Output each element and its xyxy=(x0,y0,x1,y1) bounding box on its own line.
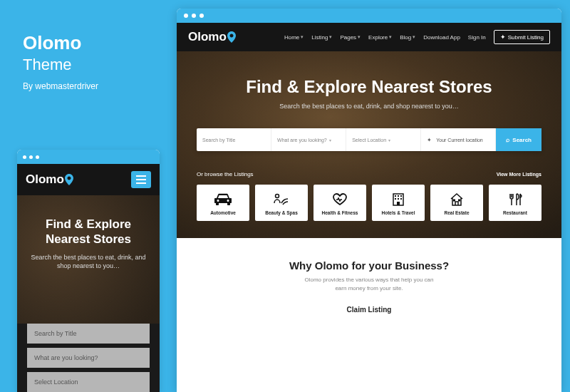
submit-listing-button[interactable]: ✦ Submit Listing xyxy=(494,30,550,44)
desktop-nav: Home▾ Listing▾ Pages▾ Explore▾ Blog▾ Dow… xyxy=(284,30,550,44)
search-current-location[interactable]: Your Current location xyxy=(421,128,496,151)
mobile-search-what[interactable]: What are you looking? xyxy=(27,348,150,368)
category-grid: Automotive Beauty & Spas Health & Fitnes… xyxy=(197,185,542,221)
svg-rect-2 xyxy=(395,195,396,197)
browse-row: Or browse the Listings View More Listing… xyxy=(197,171,542,177)
nav-pages[interactable]: Pages▾ xyxy=(340,34,361,41)
svg-point-0 xyxy=(276,195,279,198)
mobile-hero-sub: Search the best places to eat, drink, an… xyxy=(27,253,150,271)
mobile-search-location[interactable]: Select Location xyxy=(27,372,150,392)
category-automotive[interactable]: Automotive xyxy=(197,185,249,221)
chevron-down-icon: ▾ xyxy=(388,138,390,143)
promo-author: By webmasterdriver xyxy=(23,81,98,91)
mobile-titlebar xyxy=(17,150,160,164)
search-location-select[interactable]: Select Location▾ xyxy=(346,128,421,151)
category-hotels[interactable]: Hotels & Travel xyxy=(372,185,425,221)
hamburger-menu-icon[interactable] xyxy=(131,171,151,188)
desktop-logo[interactable]: Olomo xyxy=(188,30,236,44)
plus-icon: ✦ xyxy=(500,33,506,41)
category-realestate[interactable]: Real Estate xyxy=(430,185,483,221)
mobile-header: Olomo xyxy=(17,164,160,195)
chevron-down-icon: ▾ xyxy=(413,34,415,40)
why-section: Why Olomo for your Business? Olomo provi… xyxy=(177,238,561,335)
svg-rect-6 xyxy=(398,198,399,200)
nav-explore[interactable]: Explore▾ xyxy=(368,34,392,41)
nav-blog[interactable]: Blog▾ xyxy=(400,34,415,41)
car-icon xyxy=(200,192,247,207)
nav-signin[interactable]: Sign In xyxy=(468,34,486,41)
view-more-link[interactable]: View More Listings xyxy=(497,172,542,177)
pin-icon xyxy=(227,31,236,43)
claim-listing: Claim Listing xyxy=(191,306,547,314)
nav-listing[interactable]: Listing▾ xyxy=(311,34,332,41)
svg-rect-10 xyxy=(459,200,460,201)
category-restaurant[interactable]: Restaurant xyxy=(489,185,542,221)
mobile-logo[interactable]: Olomo xyxy=(26,172,73,187)
chevron-down-icon: ▾ xyxy=(389,34,392,40)
svg-rect-5 xyxy=(395,198,396,200)
chevron-down-icon: ▾ xyxy=(329,34,332,40)
svg-rect-9 xyxy=(454,200,455,201)
search-title-input[interactable]: Search by Title xyxy=(197,128,271,151)
nav-download[interactable]: Download App xyxy=(423,34,460,41)
desktop-hero: Find & Explore Nearest Stores Search the… xyxy=(177,51,561,238)
promo-header: Olomo Theme By webmasterdriver xyxy=(23,32,98,91)
category-beauty[interactable]: Beauty & Spas xyxy=(255,185,308,221)
mobile-preview: Olomo Find & Explore Nearest Stores Sear… xyxy=(17,150,160,392)
why-sub1: Olomo provides the various ways that hel… xyxy=(191,276,547,284)
svg-rect-7 xyxy=(400,198,402,200)
mobile-search: Search by Title What are you looking? Se… xyxy=(17,324,160,392)
svg-rect-8 xyxy=(397,202,400,205)
category-health[interactable]: Health & Fitness xyxy=(314,185,366,221)
why-sub2: earn money from your site. xyxy=(191,284,547,293)
pin-icon xyxy=(65,174,73,185)
spa-icon xyxy=(258,192,305,207)
promo-title: Olomo xyxy=(23,32,98,54)
nav-home[interactable]: Home▾ xyxy=(284,34,304,41)
search-what-select[interactable]: What are you looking?▾ xyxy=(271,128,346,151)
house-icon xyxy=(433,192,480,207)
why-title: Why Olomo for your Business? xyxy=(191,259,547,272)
desktop-titlebar xyxy=(177,9,561,23)
svg-rect-4 xyxy=(400,195,402,197)
svg-rect-3 xyxy=(398,195,399,197)
mobile-hero-title: Find & Explore Nearest Stores xyxy=(27,217,150,247)
food-icon xyxy=(492,192,539,207)
desktop-header: Olomo Home▾ Listing▾ Pages▾ Explore▾ Blo… xyxy=(177,23,561,51)
mobile-search-title[interactable]: Search by Title xyxy=(27,324,150,344)
mobile-hero: Find & Explore Nearest Stores Search the… xyxy=(17,195,160,324)
heart-icon xyxy=(316,192,363,207)
search-icon: ⌕ xyxy=(506,136,509,143)
chevron-down-icon: ▾ xyxy=(358,34,361,40)
chevron-down-icon: ▾ xyxy=(301,34,304,40)
chevron-down-icon: ▾ xyxy=(329,138,331,143)
hero-sub: Search the best places to eat, drink, an… xyxy=(197,103,542,110)
desktop-preview: Olomo Home▾ Listing▾ Pages▾ Explore▾ Blo… xyxy=(177,9,561,392)
promo-subtitle: Theme xyxy=(23,56,98,74)
search-bar: Search by Title What are you looking?▾ S… xyxy=(197,128,542,151)
hero-title: Find & Explore Nearest Stores xyxy=(197,77,542,97)
search-button[interactable]: ⌕ Search xyxy=(496,128,542,151)
hotel-icon xyxy=(375,192,422,207)
browse-label: Or browse the Listings xyxy=(197,171,254,177)
